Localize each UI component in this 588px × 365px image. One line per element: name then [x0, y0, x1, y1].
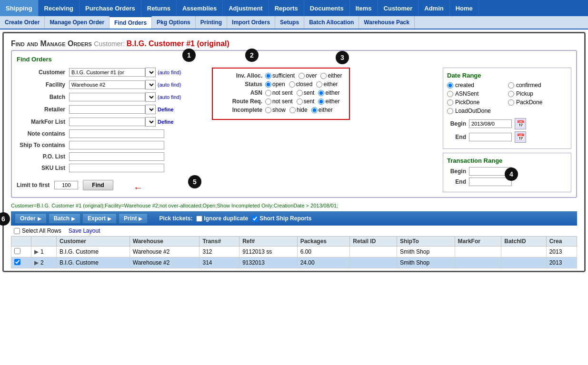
sku-list-input[interactable] [69, 164, 164, 172]
date-radio-asnsent[interactable]: ASNSent [447, 90, 506, 97]
inv-sufficient[interactable]: sufficient [265, 72, 295, 79]
nav-assemblies[interactable]: Assemblies [177, 0, 223, 16]
nav2-setups[interactable]: Setups [275, 16, 304, 29]
table-header-row: Customer Warehouse Trans# Ref# Packages … [11, 237, 577, 247]
route-either[interactable]: either [318, 98, 339, 105]
nav2-printing[interactable]: Printing [196, 16, 227, 29]
inv-over[interactable]: over [299, 72, 317, 79]
customer-select[interactable] [145, 68, 156, 77]
row-checkbox[interactable] [14, 259, 20, 265]
print-button[interactable]: Print ▶ [119, 213, 148, 224]
date-radio-pickup[interactable]: Pickup [508, 90, 567, 97]
nav-home[interactable]: Home [450, 0, 479, 16]
asn-sent[interactable]: sent [297, 89, 315, 96]
trans-range-title: Transaction Range [447, 157, 567, 164]
incomplete-either[interactable]: either [311, 107, 333, 113]
asn-either[interactable]: either [318, 89, 339, 96]
row-checkbox-cell[interactable] [11, 257, 31, 268]
inv-alloc-row: Inv. Alloc. sufficient over either [219, 72, 342, 79]
inv-either[interactable]: either [320, 72, 342, 79]
batch-auto-find[interactable]: (auto find) [158, 94, 181, 100]
incomplete-hide[interactable]: hide [289, 107, 308, 113]
ship-to-input[interactable] [69, 141, 164, 149]
ignore-duplicate-checkbox[interactable] [196, 216, 202, 222]
retailer-label: Retailer [17, 106, 69, 113]
asn-not-sent[interactable]: not sent [265, 89, 293, 96]
date-range-title: Date Range [447, 72, 567, 79]
ignore-duplicate-label[interactable]: Ignore duplicate [196, 215, 248, 222]
date-radio-packdone[interactable]: PackDone [508, 99, 567, 106]
short-ship-reports-checkbox[interactable] [252, 216, 258, 222]
customer-input[interactable] [69, 68, 145, 77]
route-sent[interactable]: sent [297, 98, 315, 105]
markfor-define[interactable]: Define [158, 119, 174, 125]
customer-auto-find[interactable]: (auto find) [158, 69, 181, 75]
batch-button[interactable]: Batch ▶ [49, 213, 80, 224]
save-layout-button[interactable]: Save Layout [69, 227, 100, 234]
select-all-checkbox[interactable] [14, 228, 20, 234]
nav2-manage-open-order[interactable]: Manage Open Order [45, 16, 110, 29]
facility-select[interactable] [145, 80, 156, 89]
trans-end-input[interactable] [469, 178, 512, 186]
date-radio-created[interactable]: created [447, 82, 506, 89]
nav-items[interactable]: Items [350, 0, 378, 16]
status-open[interactable]: open [265, 81, 285, 88]
end-calendar-icon[interactable]: 📅 [515, 131, 526, 143]
markfor-input[interactable] [69, 118, 145, 126]
batch-select[interactable] [145, 92, 156, 102]
po-list-input[interactable] [69, 152, 164, 161]
limit-label: Limit to first [17, 182, 50, 188]
table-row[interactable]: ▶2 B.I.G. Custome Warehouse #2 314 91320… [11, 257, 577, 268]
nav2-create-order[interactable]: Create Order [0, 16, 45, 29]
order-button[interactable]: Order ▶ [15, 213, 47, 224]
incomplete-row: Incomplete show hide either [219, 107, 342, 113]
facility-label: Facility [17, 81, 69, 88]
row-checkbox[interactable] [14, 248, 20, 254]
nav-shipping[interactable]: Shipping [0, 0, 39, 16]
note-contains-input[interactable] [69, 129, 164, 138]
markfor-select[interactable] [145, 117, 156, 127]
short-ship-reports-label[interactable]: Short Ship Reports [252, 215, 311, 222]
limit-input[interactable] [54, 181, 78, 189]
route-req-label: Route Req. [219, 98, 262, 105]
nav2-import-orders[interactable]: Import Orders [227, 16, 275, 29]
status-either[interactable]: either [316, 81, 338, 88]
batch-input[interactable] [69, 93, 145, 101]
begin-calendar-icon[interactable]: 📅 [515, 118, 526, 129]
incomplete-show[interactable]: show [265, 107, 286, 113]
nav2-warehouse-pack[interactable]: Warehouse Pack [359, 16, 415, 29]
row-expander-cell[interactable]: ▶1 [31, 247, 57, 257]
table-row[interactable]: ▶1 B.I.G. Custome Warehouse #2 312 91120… [11, 247, 577, 257]
select-all-label[interactable]: Select All Rows [14, 227, 61, 234]
date-radio-confirmed[interactable]: confirmed [508, 82, 567, 89]
retailer-select[interactable] [145, 105, 156, 114]
nav-returns[interactable]: Returns [141, 0, 177, 16]
row-expander-cell[interactable]: ▶2 [31, 257, 57, 268]
status-closed[interactable]: closed [289, 81, 313, 88]
date-radio-loadoutdone[interactable]: LoadOutDone [447, 108, 506, 114]
nav-receiving[interactable]: Receiving [39, 0, 80, 16]
nav2-pkg-options[interactable]: Pkg Options [152, 16, 196, 29]
nav-purchase-orders[interactable]: Purchase Orders [80, 0, 141, 16]
find-button[interactable]: Find [83, 180, 113, 190]
row-expander-icon[interactable]: ▶ [34, 259, 39, 266]
retailer-define[interactable]: Define [158, 107, 174, 112]
retailer-input[interactable] [69, 105, 145, 114]
nav-reports[interactable]: Reports [269, 0, 304, 16]
date-radio-pickdone[interactable]: PickDone [447, 99, 506, 106]
nav-customer[interactable]: Customer [378, 0, 419, 16]
date-begin-input[interactable] [469, 119, 512, 128]
route-not-sent[interactable]: not sent [265, 98, 293, 105]
row-checkbox-cell[interactable] [11, 247, 31, 257]
nav-adjustment[interactable]: Adjustment [223, 0, 269, 16]
asn-label: ASN [219, 89, 262, 96]
nav-admin[interactable]: Admin [419, 0, 449, 16]
export-button[interactable]: Export ▶ [82, 213, 117, 224]
facility-input[interactable] [69, 80, 145, 89]
nav-documents[interactable]: Documents [304, 0, 350, 16]
nav2-find-orders[interactable]: Find Orders [110, 16, 152, 29]
date-end-input[interactable] [469, 133, 512, 141]
nav2-batch-allocation[interactable]: Batch Allocation [304, 16, 359, 29]
row-expander-icon[interactable]: ▶ [34, 248, 39, 255]
facility-auto-find[interactable]: (auto find) [158, 82, 181, 88]
